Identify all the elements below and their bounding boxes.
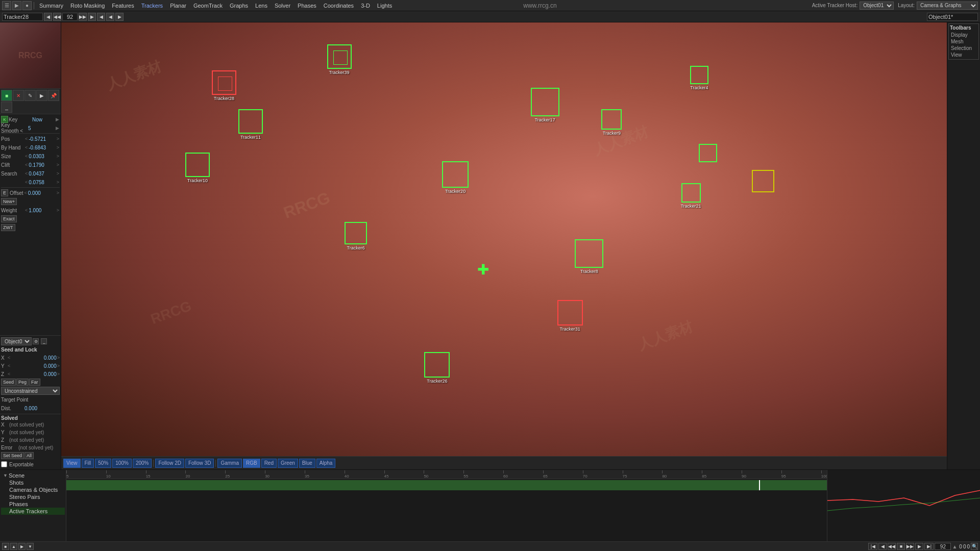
tracker-box[interactable]: Tracker39 xyxy=(327,44,352,69)
tl-stop[interactable]: ■ xyxy=(897,543,905,550)
clift-arrow-l[interactable]: < xyxy=(24,162,28,167)
vt-view-btn[interactable]: View xyxy=(63,459,81,468)
tl-icon1[interactable]: ■ xyxy=(2,543,9,550)
next2-btn[interactable]: ▶▶ xyxy=(79,13,87,21)
vt-red-btn[interactable]: Red xyxy=(261,459,277,468)
tracker-box[interactable]: Tracker4 xyxy=(690,66,708,84)
weight-arrow-r[interactable]: > xyxy=(56,208,60,213)
tracker-box[interactable]: Tracker31 xyxy=(557,300,583,325)
tool-pointer[interactable]: ▶ xyxy=(36,90,47,101)
menu-coordinates[interactable]: Coordinates xyxy=(321,2,357,10)
vt-rgb-btn[interactable]: RGB xyxy=(243,459,260,468)
tree-item-scene[interactable]: ▼ Scene xyxy=(1,472,65,479)
tl-to-start[interactable]: |◀ xyxy=(868,543,877,550)
vt-blue-btn[interactable]: Blue xyxy=(299,459,315,468)
tool-select[interactable]: ■ xyxy=(1,90,12,101)
right-selection[interactable]: Selection xyxy=(950,45,977,52)
vt-100-btn[interactable]: 100% xyxy=(112,459,132,468)
tracker-box[interactable] xyxy=(752,170,774,192)
menu-graphs[interactable]: Graphs xyxy=(227,2,251,10)
tree-item-stereo[interactable]: Stereo Pairs xyxy=(1,493,65,500)
extra-arrow-l[interactable]: < xyxy=(24,180,28,185)
key-smooth-arrow[interactable]: ▶ xyxy=(55,126,60,131)
tl-icon4[interactable]: ▼ xyxy=(27,543,34,550)
tool-extra[interactable]: ⎯ xyxy=(1,102,12,113)
tool-add[interactable]: ✕ xyxy=(13,90,24,101)
vt-50-btn[interactable]: 50% xyxy=(95,459,111,468)
menu-phases[interactable]: Phases xyxy=(295,2,320,10)
menu-solver[interactable]: Solver xyxy=(272,2,293,10)
tl-search-icon[interactable]: 🔍 xyxy=(971,543,978,550)
menu-summary[interactable]: Summary xyxy=(36,2,66,10)
app-icon-3[interactable]: ● xyxy=(22,1,32,10)
vt-green-btn[interactable]: Green xyxy=(278,459,298,468)
tree-item-trackers[interactable]: Active Trackers xyxy=(1,508,65,515)
next-btn[interactable]: ▶ xyxy=(88,13,96,21)
tl-play-fwd[interactable]: ▶▶ xyxy=(906,543,914,550)
key-arrow-r[interactable]: ▶ xyxy=(55,117,60,122)
tracker-box[interactable]: Tracker21 xyxy=(681,183,701,203)
exact-btn[interactable]: Exact xyxy=(1,215,17,222)
frame-input[interactable] xyxy=(62,13,78,21)
pos-arrow-r[interactable]: > xyxy=(56,136,60,141)
tl-frame-input[interactable] xyxy=(935,543,951,550)
seed-btn[interactable]: Seed xyxy=(1,379,16,386)
tl-icon2[interactable]: ▲ xyxy=(10,543,17,550)
tracker-box[interactable]: Tracker26 xyxy=(424,352,450,378)
right-display[interactable]: Display xyxy=(950,32,977,38)
zwt-btn[interactable]: ZWT xyxy=(1,224,15,231)
offset-arrow-r[interactable]: > xyxy=(56,190,60,195)
extra-arrow-r[interactable]: > xyxy=(56,180,60,185)
vt-gamma-btn[interactable]: Gamma xyxy=(217,459,242,468)
vt-200-btn[interactable]: 200% xyxy=(133,459,152,468)
app-icon-1[interactable]: ☰ xyxy=(2,1,11,10)
tracker-box[interactable]: Tracker20 xyxy=(442,161,469,188)
weight-arrow-l[interactable]: < xyxy=(24,208,28,213)
object-select[interactable]: Object01 xyxy=(1,337,32,345)
constraint-select[interactable]: Unconstrained xyxy=(1,387,60,395)
object-settings[interactable]: ⚙ xyxy=(33,338,39,344)
menu-3d[interactable]: 3-D xyxy=(358,2,373,10)
tracker-box[interactable]: Tracker10 xyxy=(185,153,210,177)
tool-pin[interactable]: 📌 xyxy=(48,90,59,101)
active-tracker-select[interactable]: Object01 xyxy=(860,2,894,10)
byhand-arrow-r[interactable]: > xyxy=(56,145,60,150)
tracker-name-input[interactable] xyxy=(2,13,43,21)
clift-arrow-r[interactable]: > xyxy=(56,162,60,167)
pos-arrow-l[interactable]: < xyxy=(24,136,28,141)
tracker-box[interactable]: Tracker8 xyxy=(575,239,603,268)
tree-item-cameras[interactable]: Cameras & Objects xyxy=(1,486,65,493)
nav-right[interactable]: ▶ xyxy=(115,13,124,21)
layout-select[interactable]: Camera & Graphs xyxy=(917,2,978,10)
byhand-arrow-l[interactable]: < xyxy=(24,145,28,150)
tl-to-end[interactable]: ▶| xyxy=(924,543,934,550)
search-arrow-r[interactable]: > xyxy=(56,171,60,176)
tracker-box[interactable]: Tracker9 xyxy=(601,109,622,130)
e-btn[interactable]: E xyxy=(1,189,8,196)
app-icon-2[interactable]: ▶ xyxy=(12,1,21,10)
menu-lens[interactable]: Lens xyxy=(252,2,271,10)
all-btn[interactable]: All xyxy=(24,452,34,459)
y-arrow-l[interactable]: < xyxy=(8,363,10,368)
tracker-box[interactable]: Tracker6 xyxy=(345,222,367,244)
tl-next-frame[interactable]: ▶ xyxy=(915,543,923,550)
object-extra[interactable]: ⎯ xyxy=(41,338,47,344)
vt-fill-btn[interactable]: Fill xyxy=(82,459,94,468)
menu-trackers[interactable]: Trackers xyxy=(138,2,166,10)
z-arrow-l[interactable]: < xyxy=(8,371,10,377)
tool-chart[interactable]: ✎ xyxy=(24,90,36,101)
new-btn[interactable]: New+ xyxy=(1,198,17,205)
size-arrow-r[interactable]: > xyxy=(56,154,60,159)
prev-btn[interactable]: ◀ xyxy=(44,13,52,21)
nav-left2[interactable]: ◀ xyxy=(106,13,114,21)
prev2-btn[interactable]: ◀◀ xyxy=(53,13,61,21)
tl-icon3[interactable]: ▶ xyxy=(18,543,26,550)
tl-play-back[interactable]: ◀◀ xyxy=(888,543,896,550)
vt-follow3d-btn[interactable]: Follow 3D xyxy=(185,459,214,468)
peg-btn[interactable]: Peg xyxy=(16,379,29,386)
menu-lights[interactable]: Lights xyxy=(374,2,395,10)
right-view[interactable]: View xyxy=(950,52,977,58)
offset-arrow-l[interactable]: < xyxy=(24,190,28,195)
tl-prev-frame[interactable]: ◀ xyxy=(878,543,887,550)
vt-alpha-btn[interactable]: Alpha xyxy=(316,459,336,468)
